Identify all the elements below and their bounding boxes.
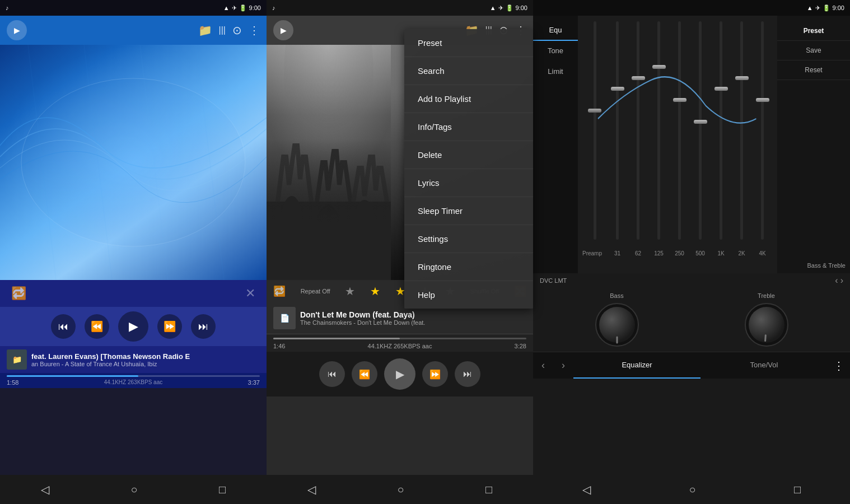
nav-home-2[interactable]: ○ xyxy=(397,483,404,496)
slider-4k-track[interactable] xyxy=(761,21,764,240)
nav-home-3[interactable]: ○ xyxy=(689,483,695,496)
progress-fill-1 xyxy=(7,375,138,377)
total-time-1: 3:37 xyxy=(248,379,260,386)
time-3: 9:00 xyxy=(833,4,844,11)
battery-icon-1: 🔋 xyxy=(239,4,247,12)
tab-tone-vol[interactable]: Tone/Vol xyxy=(700,352,828,379)
freq-1k: 1K xyxy=(711,250,731,256)
slider-31-col xyxy=(607,21,628,240)
time-row-2: 1:46 44.1KHZ 265KBPS aac 3:28 xyxy=(267,343,533,352)
status-bar-2: ♪ ▲ ✈ 🔋 9:00 xyxy=(267,0,533,16)
fast-forward-btn-1[interactable]: ⏩ xyxy=(157,314,182,339)
star-1[interactable]: ★ xyxy=(345,284,355,298)
rewind-btn-2[interactable]: ⏪ xyxy=(352,361,377,387)
slider-31-thumb[interactable] xyxy=(611,87,624,91)
skip-forward-btn-2[interactable]: ⏭ xyxy=(455,361,480,387)
current-time-1: 1:58 xyxy=(7,379,18,386)
skip-forward-btn-1[interactable]: ⏭ xyxy=(191,314,216,339)
p3-layout: ▲ ✈ 🔋 9:00 Equ Tone Limit xyxy=(533,0,850,504)
dropdown-item-settings[interactable]: Settings xyxy=(404,225,533,253)
slider-preamp-thumb[interactable] xyxy=(588,109,601,113)
dropdown-item-add-to-playlist[interactable]: Add to Playlist xyxy=(404,85,533,113)
reset-btn[interactable]: Reset xyxy=(777,60,850,80)
nav-square-2[interactable]: □ xyxy=(485,483,492,496)
freq-31: 31 xyxy=(607,250,628,256)
nav-square-3[interactable]: □ xyxy=(794,483,801,496)
fast-forward-btn-2[interactable]: ⏩ xyxy=(422,361,448,387)
star-2[interactable]: ★ xyxy=(370,284,380,298)
play-pause-toolbar-btn-2[interactable]: ▶ xyxy=(273,20,293,40)
equalizer-icon-1[interactable]: ||| xyxy=(219,25,226,35)
toolbar-right-1: 📁 ||| ⊙ ⋮ xyxy=(198,24,260,37)
slider-31-track[interactable] xyxy=(616,21,619,240)
more-icon-1[interactable]: ⋮ xyxy=(249,24,260,37)
eq-next-nav[interactable]: › xyxy=(553,360,573,371)
slider-4k-thumb[interactable] xyxy=(756,98,769,102)
preset-btn[interactable]: Preset xyxy=(777,16,850,41)
progress-track-2[interactable] xyxy=(273,338,526,339)
progress-container-2[interactable] xyxy=(267,334,533,343)
eq-prev-nav[interactable]: ‹ xyxy=(533,360,553,371)
dropdown-item-lyrics[interactable]: Lyrics xyxy=(404,169,533,197)
wifi-icon-2: ▲ xyxy=(490,4,496,11)
dropdown-item-info/tags[interactable]: Info/Tags xyxy=(404,113,533,141)
slider-250-thumb[interactable] xyxy=(673,98,686,102)
song-title-2: Don't Let Me Down (feat. Daya) xyxy=(300,310,425,319)
nav-back-2[interactable]: ◁ xyxy=(307,483,316,496)
treble-knob[interactable] xyxy=(744,302,789,347)
progress-track-1[interactable] xyxy=(7,375,260,377)
slider-125-thumb[interactable] xyxy=(652,65,666,69)
slider-preamp-track[interactable] xyxy=(594,21,596,240)
dropdown-item-preset[interactable]: Preset xyxy=(404,29,533,57)
visualizer-icon-1[interactable]: ⊙ xyxy=(232,24,242,37)
tab-equalizer[interactable]: Equalizer xyxy=(573,352,700,379)
treble-label: Treble xyxy=(758,292,775,299)
play-btn-2[interactable]: ▶ xyxy=(384,358,415,390)
slider-62-thumb[interactable] xyxy=(632,76,645,80)
slider-1k-track[interactable] xyxy=(720,21,722,240)
eq-prev-arrow[interactable]: ‹ xyxy=(835,276,838,286)
dropdown-item-delete[interactable]: Delete xyxy=(404,141,533,169)
play-pause-toolbar-btn-1[interactable]: ▶ xyxy=(7,20,27,40)
crowd-overlay xyxy=(267,139,391,280)
tab-equ[interactable]: Equ xyxy=(533,20,578,41)
slider-2k-track[interactable] xyxy=(740,21,743,240)
eq-next-arrow[interactable]: › xyxy=(840,276,843,286)
tab-tone[interactable]: Tone xyxy=(533,41,578,62)
wifi-icon-3: ▲ xyxy=(807,4,813,11)
slider-250-track[interactable] xyxy=(678,21,681,240)
dropdown-item-help[interactable]: Help xyxy=(404,281,533,309)
bass-knob[interactable] xyxy=(595,302,639,347)
star-3[interactable]: ★ xyxy=(395,284,405,298)
save-btn[interactable]: Save xyxy=(777,41,850,60)
nav-back-3[interactable]: ◁ xyxy=(582,483,591,496)
tab-limit[interactable]: Limit xyxy=(533,62,578,82)
nav-back-1[interactable]: ◁ xyxy=(41,483,49,496)
folder-icon-1[interactable]: 📁 xyxy=(198,24,212,37)
repeat-icon-1[interactable]: 🔁 xyxy=(11,286,26,301)
song-artist-1: an Buuren - A State of Trance At Ushuaïa… xyxy=(31,361,260,367)
dropdown-item-ringtone[interactable]: Ringtone xyxy=(404,253,533,281)
play-btn-1[interactable]: ▶ xyxy=(118,311,148,342)
slider-125-track[interactable] xyxy=(657,21,660,240)
next-nav-icon: › xyxy=(562,360,565,371)
skip-back-btn-1[interactable]: ⏮ xyxy=(51,314,76,339)
rewind-btn-1[interactable]: ⏪ xyxy=(85,314,109,339)
slider-500-thumb[interactable] xyxy=(694,120,707,124)
repeat-icon-2[interactable]: 🔁 xyxy=(273,285,286,297)
slider-500-track[interactable] xyxy=(699,21,702,240)
nav-home-1[interactable]: ○ xyxy=(130,483,137,496)
song-artist-2: The Chainsmokers - Don't Let Me Down (fe… xyxy=(300,319,425,326)
nav-square-1[interactable]: □ xyxy=(219,483,226,496)
dropdown-item-search[interactable]: Search xyxy=(404,57,533,85)
eq-more-btn[interactable]: ⋮ xyxy=(828,359,850,372)
dropdown-item-sleep-timer[interactable]: Sleep Timer xyxy=(404,197,533,225)
slider-1k-thumb[interactable] xyxy=(714,87,728,91)
progress-container-1[interactable]: 1:58 44.1KHZ 263KBPS aac 3:37 xyxy=(0,373,267,388)
eq-sliders-section: Preamp 31 62 125 250 500 1K 2K 4K xyxy=(578,16,777,273)
cross-icon-1[interactable]: ✕ xyxy=(245,286,255,301)
time-1: 9:00 xyxy=(249,4,261,11)
slider-2k-thumb[interactable] xyxy=(735,76,749,80)
slider-62-track[interactable] xyxy=(637,21,639,240)
skip-back-btn-2[interactable]: ⏮ xyxy=(319,361,345,387)
